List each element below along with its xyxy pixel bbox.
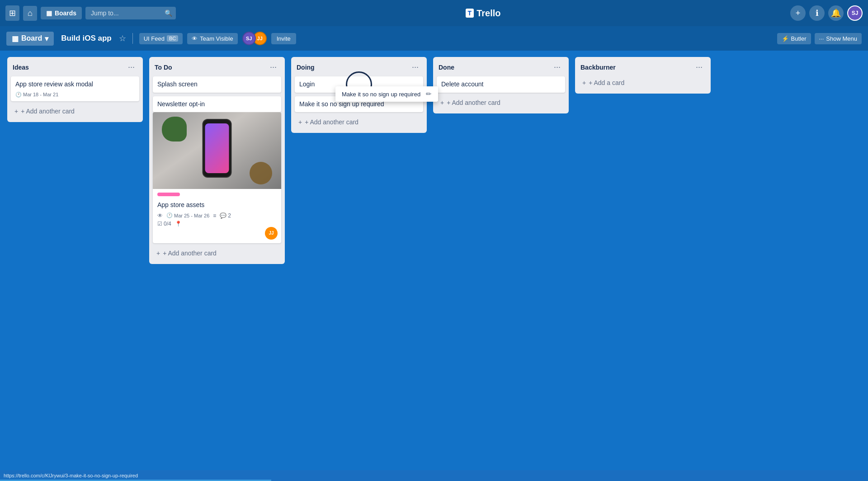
notification-button[interactable]: 🔔 bbox=[828, 5, 844, 21]
column-menu-ideas[interactable]: ··· bbox=[125, 61, 137, 73]
invite-button[interactable]: Invite bbox=[271, 33, 296, 44]
column-doing: Doing ··· Login Make it so no sign up re… bbox=[291, 57, 427, 133]
plant-decoration bbox=[162, 117, 187, 141]
card-title: Delete account bbox=[441, 80, 561, 89]
eye-icon: 👁 bbox=[157, 212, 163, 219]
trello-logo: T Trello bbox=[466, 8, 501, 19]
column-menu-doing[interactable]: ··· bbox=[409, 61, 421, 73]
ui-feed-label: UI Feed bbox=[144, 35, 165, 42]
butler-icon: ⚡ bbox=[782, 35, 789, 42]
board-nav: ▦ Board ▾ Build iOS app ☆ UI Feed BC 👁 T… bbox=[0, 26, 868, 51]
card-app-store-assets[interactable]: App store assets 👁 🕐 Mar 25 - Mar 26 ≡ 💬… bbox=[153, 112, 281, 243]
card-image bbox=[153, 112, 281, 189]
add-card-button-backburner[interactable]: + + Add a card bbox=[579, 76, 707, 89]
column-title-ideas: Ideas bbox=[13, 64, 29, 71]
butler-button[interactable]: ⚡ Butler bbox=[777, 33, 811, 44]
home-icon: ⌂ bbox=[28, 9, 33, 18]
card-tooltip: Make it so no sign up required ✏ bbox=[335, 86, 438, 102]
clock-icon: 🕐 bbox=[15, 92, 22, 98]
member-avatar-sj[interactable]: SJ bbox=[242, 32, 256, 45]
board-type-button[interactable]: ▦ Board ▾ bbox=[6, 32, 54, 46]
status-bar: https://trello.com/c/KlJrywui/3-make-it-… bbox=[0, 470, 868, 481]
add-card-button-ideas[interactable]: + + Add another card bbox=[11, 105, 139, 118]
card-title: Newsletter opt-in bbox=[157, 100, 277, 109]
grid-icon-button[interactable]: ⊞ bbox=[5, 5, 19, 21]
phone-screen bbox=[205, 123, 229, 173]
add-card-button-todo[interactable]: + + Add another card bbox=[153, 247, 281, 259]
card-assignee-avatar: JJ bbox=[265, 227, 278, 240]
column-header-ideas: Ideas ··· bbox=[11, 61, 139, 76]
board-icon: ▦ bbox=[46, 9, 52, 17]
comment-icon: 💬 bbox=[220, 212, 226, 219]
add-card-button-done[interactable]: + + Add another card bbox=[437, 96, 565, 109]
board-title: Build iOS app bbox=[58, 34, 114, 43]
star-icon: ☆ bbox=[119, 34, 126, 43]
tooltip-text: Make it so no sign up required bbox=[342, 91, 420, 98]
card-image-bg bbox=[153, 112, 281, 189]
column-header-doing: Doing ··· bbox=[295, 61, 423, 76]
card-title: App store assets bbox=[157, 201, 277, 210]
card-delete-account[interactable]: Delete account bbox=[437, 76, 565, 93]
boards-button[interactable]: ▦ Boards bbox=[41, 7, 82, 19]
team-visible-button[interactable]: 👁 Team Visible bbox=[187, 33, 237, 44]
bc-badge: BC bbox=[167, 35, 178, 42]
column-title-done: Done bbox=[439, 64, 454, 71]
login-card-wrapper: Login Make it so no sign up required ✏ bbox=[295, 76, 423, 93]
board-nav-right: ⚡ Butler ··· Show Menu bbox=[777, 33, 862, 44]
board-content: Ideas ··· App store review ask modal 🕐 M… bbox=[0, 51, 868, 481]
column-menu-done[interactable]: ··· bbox=[551, 61, 563, 73]
column-title-doing: Doing bbox=[297, 64, 315, 71]
card-newsletter[interactable]: Newsletter opt-in bbox=[153, 96, 281, 113]
comment-item: 💬 2 bbox=[220, 212, 231, 219]
ui-feed-button[interactable]: UI Feed BC bbox=[139, 33, 183, 44]
location-item: 📍 bbox=[175, 221, 182, 227]
column-backburner: Backburner ··· + + Add a card bbox=[575, 57, 711, 94]
add-icon: + bbox=[440, 99, 444, 106]
star-button[interactable]: ☆ bbox=[119, 33, 126, 43]
card-splash-screen[interactable]: Splash screen bbox=[153, 76, 281, 93]
clock-icon: 🕐 bbox=[166, 212, 173, 218]
more-icon: ··· bbox=[819, 35, 824, 42]
coffee-decoration bbox=[250, 162, 272, 184]
divider bbox=[132, 33, 133, 44]
nav-right: + ℹ 🔔 SJ bbox=[790, 5, 863, 21]
user-avatar[interactable]: SJ bbox=[847, 5, 863, 21]
label-pink bbox=[157, 193, 180, 196]
column-title-todo: To Do bbox=[155, 64, 172, 71]
list-icon-item: ≡ bbox=[213, 212, 216, 219]
card-meta-2: ☑ 0/4 📍 bbox=[157, 221, 277, 227]
column-header-todo: To Do ··· bbox=[153, 61, 281, 76]
trello-logo-icon: T bbox=[466, 9, 474, 18]
board-icon: ▦ bbox=[12, 34, 19, 43]
phone-decoration bbox=[203, 119, 232, 178]
column-header-done: Done ··· bbox=[437, 61, 565, 76]
card-date: 🕐 Mar 25 - Mar 26 bbox=[166, 212, 209, 218]
status-url: https://trello.com/c/KlJrywui/3-make-it-… bbox=[4, 473, 138, 478]
add-card-button-doing[interactable]: + + Add another card bbox=[295, 116, 423, 128]
show-menu-button[interactable]: ··· Show Menu bbox=[815, 33, 862, 44]
eye-icon-item: 👁 bbox=[157, 212, 163, 219]
team-icon: 👁 bbox=[192, 35, 198, 42]
edit-tooltip-button[interactable]: ✏ bbox=[426, 90, 432, 98]
add-button[interactable]: + bbox=[790, 5, 806, 21]
column-menu-backburner[interactable]: ··· bbox=[693, 61, 705, 73]
card-app-store-review[interactable]: App store review ask modal 🕐 Mar 18 - Ma… bbox=[11, 76, 139, 101]
column-ideas: Ideas ··· App store review ask modal 🕐 M… bbox=[7, 57, 143, 122]
chevron-down-icon: ▾ bbox=[45, 34, 48, 43]
column-todo: To Do ··· Splash screen Newsletter opt-i… bbox=[149, 57, 285, 264]
card-meta: 🕐 Mar 18 - Mar 21 bbox=[15, 92, 135, 98]
bell-icon: 🔔 bbox=[831, 8, 841, 18]
home-button[interactable]: ⌂ bbox=[23, 6, 37, 21]
column-menu-todo[interactable]: ··· bbox=[267, 61, 279, 73]
card-title: App store review ask modal bbox=[15, 80, 135, 89]
column-header-backburner: Backburner ··· bbox=[579, 61, 707, 76]
top-nav: ⊞ ⌂ ▦ Boards 🔍 T Trello + ℹ 🔔 SJ bbox=[0, 0, 868, 26]
info-button[interactable]: ℹ bbox=[809, 5, 825, 21]
add-icon: + bbox=[298, 118, 302, 126]
search-input[interactable] bbox=[85, 7, 176, 19]
checklist-item: ☑ 0/4 bbox=[157, 221, 171, 227]
grid-icon: ⊞ bbox=[9, 8, 16, 18]
column-done: Done ··· Delete account + + Add another … bbox=[433, 57, 569, 113]
location-icon: 📍 bbox=[175, 221, 182, 227]
card-meta: 👁 🕐 Mar 25 - Mar 26 ≡ 💬 2 bbox=[157, 212, 277, 219]
